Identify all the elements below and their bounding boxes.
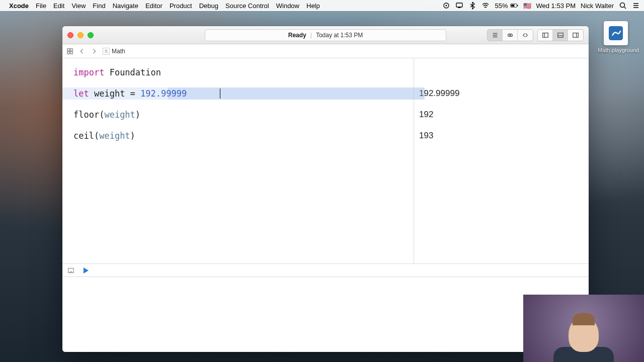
traffic-lights <box>67 32 94 38</box>
wifi-icon[interactable] <box>481 2 490 10</box>
text-cursor <box>220 88 220 99</box>
version-editor-button[interactable] <box>518 30 533 41</box>
code-editor[interactable]: import Foundation let weight = 192.99999… <box>62 58 414 263</box>
jump-bar-path[interactable]: S Math <box>103 48 125 55</box>
menu-help[interactable]: Help <box>306 2 320 10</box>
notification-center-icon[interactable] <box>632 2 640 10</box>
result-2[interactable]: 192 <box>419 110 584 131</box>
menu-source-control[interactable]: Source Control <box>225 2 269 10</box>
desktop-file-math-playground[interactable]: Math.playground <box>598 21 634 53</box>
svg-rect-11 <box>609 26 623 40</box>
related-items-icon[interactable] <box>66 48 73 55</box>
bluetooth-icon[interactable] <box>468 2 476 10</box>
menu-product[interactable]: Product <box>170 2 192 10</box>
spotlight-icon[interactable] <box>619 2 627 10</box>
svg-rect-24 <box>70 48 72 50</box>
debug-toolbar <box>62 263 589 277</box>
editor-wrap: import Foundation let weight = 192.99999… <box>62 58 589 352</box>
svg-rect-25 <box>67 51 69 53</box>
menu-find[interactable]: Find <box>93 2 105 10</box>
minimize-button[interactable] <box>77 32 84 38</box>
toggle-utilities-button[interactable] <box>568 30 583 41</box>
zoom-button[interactable] <box>88 32 94 38</box>
code-line-2: let weight = 192.99999 <box>73 88 414 110</box>
macos-menubar: Xcode File Edit View Find Navigate Edito… <box>0 0 644 11</box>
status-secondary: Today at 1:53 PM <box>316 32 363 39</box>
code-line-3: floor(weight) <box>73 110 414 131</box>
xcode-window: Ready | Today at 1:53 PM S Math <box>62 26 589 352</box>
menubar-clock[interactable]: Wed 1:53 PM <box>536 2 576 10</box>
svg-point-1 <box>446 5 447 7</box>
svg-rect-26 <box>70 51 72 53</box>
battery-percent: 55% <box>495 2 508 10</box>
svg-point-16 <box>510 34 512 36</box>
back-button-icon[interactable] <box>78 48 86 55</box>
swift-file-icon: S <box>103 48 110 55</box>
svg-rect-19 <box>557 33 563 37</box>
toggle-console-icon[interactable] <box>67 267 74 274</box>
menu-editor[interactable]: Editor <box>145 2 163 10</box>
menu-edit[interactable]: Edit <box>53 2 64 10</box>
toolbar-right <box>487 29 584 41</box>
toggle-navigator-button[interactable] <box>538 30 553 41</box>
result-3[interactable]: 193 <box>419 131 584 152</box>
desktop-file-label: Math.playground <box>598 47 634 53</box>
forward-button-icon[interactable] <box>91 48 98 55</box>
result-1[interactable]: 192.99999 <box>419 88 584 110</box>
window-titlebar[interactable]: Ready | Today at 1:53 PM <box>62 26 589 44</box>
status-primary: Ready <box>288 32 306 39</box>
menubar-user[interactable]: Nick Walter <box>581 2 614 10</box>
editor-body: import Foundation let weight = 192.99999… <box>62 58 589 263</box>
battery-status[interactable]: 55% <box>495 2 518 10</box>
menu-debug[interactable]: Debug <box>199 2 218 10</box>
svg-rect-4 <box>517 5 518 7</box>
jump-bar[interactable]: S Math <box>62 44 589 58</box>
playground-file-icon <box>604 21 628 45</box>
svg-rect-23 <box>67 48 69 50</box>
menubar-app-name[interactable]: Xcode <box>9 2 29 10</box>
code-line-4: ceil(weight) <box>73 131 414 152</box>
svg-rect-21 <box>573 33 579 37</box>
webcam-overlay <box>523 295 644 362</box>
console-area[interactable] <box>62 277 589 352</box>
instruments-icon[interactable] <box>442 2 450 10</box>
svg-point-6 <box>620 3 625 8</box>
menu-window[interactable]: Window <box>276 2 299 10</box>
menu-file[interactable]: File <box>36 2 46 10</box>
menu-navigate[interactable]: Navigate <box>113 2 138 10</box>
airplay-icon[interactable] <box>455 2 463 10</box>
svg-rect-17 <box>542 33 548 37</box>
svg-rect-27 <box>68 268 74 273</box>
results-sidebar: 192.99999 192 193 <box>414 58 589 263</box>
toggle-debug-area-button[interactable] <box>553 30 568 41</box>
code-line-1: import Foundation <box>73 67 414 88</box>
svg-rect-2 <box>456 3 462 7</box>
menu-view[interactable]: View <box>71 2 86 10</box>
jump-bar-filename: Math <box>112 48 125 55</box>
svg-line-7 <box>624 7 626 9</box>
run-playground-button[interactable] <box>84 267 89 274</box>
standard-editor-button[interactable] <box>488 30 503 41</box>
close-button[interactable] <box>67 32 73 38</box>
activity-status[interactable]: Ready | Today at 1:53 PM <box>205 29 446 41</box>
assistant-editor-button[interactable] <box>503 30 518 41</box>
input-flag-icon[interactable]: 🇺🇸 <box>523 2 531 10</box>
